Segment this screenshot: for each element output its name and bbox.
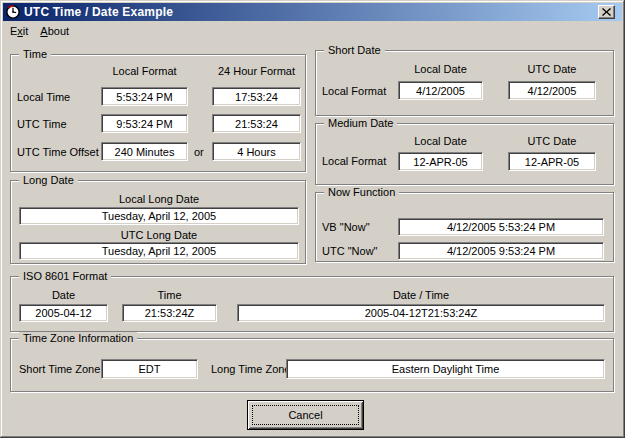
group-iso8601: ISO 8601 Format Date Time Date / Time 20… bbox=[10, 276, 614, 332]
short-date-utc-field[interactable]: 4/12/2005 bbox=[508, 81, 596, 100]
local-time-local-field[interactable]: 5:53:24 PM bbox=[101, 87, 188, 106]
app-window: UTC Time / Date Example Exit About Time … bbox=[0, 0, 625, 438]
group-now-function-title: Now Function bbox=[324, 186, 399, 198]
local-time-24hr-field[interactable]: 17:53:24 bbox=[212, 87, 301, 106]
short-timezone-field[interactable]: EDT bbox=[101, 359, 198, 379]
group-long-date-title: Long Date bbox=[19, 174, 78, 186]
group-medium-date-title: Medium Date bbox=[324, 117, 397, 129]
vb-now-label: VB "Now" bbox=[322, 221, 370, 233]
group-time-title: Time bbox=[19, 48, 51, 60]
group-time: Time Local Format 24 Hour Format Local T… bbox=[10, 54, 306, 172]
group-timezone: Time Zone Information Short Time Zone ED… bbox=[10, 338, 614, 392]
utc-now-label: UTC "Now" bbox=[322, 245, 377, 257]
group-medium-date: Medium Date Local Date UTC Date Local Fo… bbox=[315, 123, 614, 185]
iso-date-field[interactable]: 2005-04-12 bbox=[19, 304, 108, 322]
utc-offset-minutes-field[interactable]: 240 Minutes bbox=[101, 142, 188, 161]
cancel-button[interactable]: Cancel bbox=[247, 400, 364, 430]
short-date-local-header: Local Date bbox=[398, 63, 483, 75]
cancel-button-label: Cancel bbox=[288, 409, 322, 421]
utc-time-24hr-field[interactable]: 21:53:24 bbox=[212, 114, 301, 133]
utc-time-label: UTC Time bbox=[17, 118, 67, 130]
local-long-date-header: Local Long Date bbox=[11, 193, 307, 205]
iso-datetime-header: Date / Time bbox=[237, 289, 605, 301]
local-long-date-field[interactable]: Tuesday, April 12, 2005 bbox=[19, 207, 299, 225]
utc-long-date-header: UTC Long Date bbox=[11, 229, 307, 241]
utc-long-date-field[interactable]: Tuesday, April 12, 2005 bbox=[19, 242, 299, 260]
group-short-date: Short Date Local Date UTC Date Local For… bbox=[315, 50, 614, 116]
group-iso8601-title: ISO 8601 Format bbox=[19, 270, 111, 282]
utc-offset-hours-field[interactable]: 4 Hours bbox=[212, 142, 301, 161]
time-col-24hr-header: 24 Hour Format bbox=[207, 65, 306, 77]
client-area: Time Local Format 24 Hour Format Local T… bbox=[0, 0, 625, 438]
group-short-date-title: Short Date bbox=[324, 44, 385, 56]
utc-time-local-field[interactable]: 9:53:24 PM bbox=[101, 114, 188, 133]
group-now-function: Now Function VB "Now" 4/12/2005 5:53:24 … bbox=[315, 192, 614, 262]
medium-date-utc-field[interactable]: 12-APR-05 bbox=[508, 152, 596, 171]
group-long-date: Long Date Local Long Date Tuesday, April… bbox=[10, 180, 306, 264]
utc-offset-label: UTC Time Offset bbox=[17, 146, 99, 158]
local-time-label: Local Time bbox=[17, 91, 70, 103]
long-timezone-field[interactable]: Eastern Daylight Time bbox=[286, 359, 605, 379]
medium-date-local-field[interactable]: 12-APR-05 bbox=[398, 152, 483, 171]
iso-date-header: Date bbox=[19, 289, 108, 301]
short-date-row-label: Local Format bbox=[322, 85, 386, 97]
or-label: or bbox=[194, 146, 204, 158]
short-timezone-label: Short Time Zone bbox=[19, 363, 100, 375]
medium-date-local-header: Local Date bbox=[398, 135, 483, 147]
iso-time-header: Time bbox=[122, 289, 217, 301]
medium-date-row-label: Local Format bbox=[322, 155, 386, 167]
long-timezone-label: Long Time Zone bbox=[211, 363, 291, 375]
iso-datetime-field[interactable]: 2005-04-12T21:53:24Z bbox=[237, 304, 605, 322]
vb-now-field[interactable]: 4/12/2005 5:53:24 PM bbox=[398, 218, 604, 236]
short-date-local-field[interactable]: 4/12/2005 bbox=[398, 81, 483, 100]
short-date-utc-header: UTC Date bbox=[508, 63, 596, 75]
utc-now-field[interactable]: 4/12/2005 9:53:24 PM bbox=[398, 242, 604, 260]
group-timezone-title: Time Zone Information bbox=[19, 332, 137, 344]
iso-time-field[interactable]: 21:53:24Z bbox=[122, 304, 217, 322]
medium-date-utc-header: UTC Date bbox=[508, 135, 596, 147]
time-col-local-header: Local Format bbox=[101, 65, 188, 77]
